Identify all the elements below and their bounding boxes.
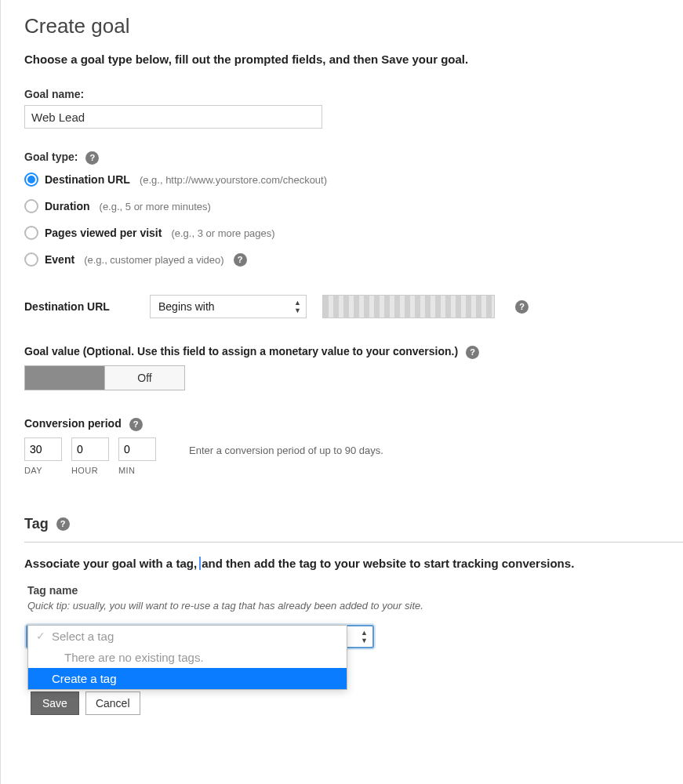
radio-pages-viewed-hint: (e.g., 3 or more pages)	[171, 227, 274, 239]
help-icon[interactable]: ?	[85, 151, 99, 165]
tag-heading: Tag	[24, 516, 49, 532]
destination-url-label: Destination URL	[24, 300, 134, 313]
chevron-updown-icon: ▲▼	[294, 299, 301, 314]
save-button[interactable]: Save	[31, 691, 79, 715]
goal-type-label: Goal type:	[24, 151, 78, 163]
page-title: Create goal	[24, 14, 683, 38]
conversion-day-caption: DAY	[24, 466, 42, 475]
radio-destination-url-hint: (e.g., http://www.yourstore.com/checkout…	[140, 174, 327, 186]
radio-event-label: Event	[45, 253, 74, 266]
conversion-period-label: Conversion period	[24, 417, 122, 430]
conversion-min-input[interactable]	[118, 437, 156, 461]
radio-destination-url-label: Destination URL	[45, 173, 130, 186]
radio-pages-viewed-label: Pages viewed per visit	[45, 227, 162, 239]
tag-option-empty: There are no existing tags.	[28, 647, 347, 668]
conversion-period-hint: Enter a conversion period of up to 90 da…	[189, 445, 383, 467]
tag-description: Associate your goal with a tag, and then…	[24, 557, 683, 570]
conversion-hour-caption: HOUR	[71, 466, 98, 475]
tag-tip: Quick tip: usually, you will want to re-…	[27, 600, 683, 612]
radio-event[interactable]	[24, 252, 38, 267]
tag-option-create[interactable]: Create a tag	[28, 668, 347, 689]
help-icon[interactable]: ?	[56, 517, 70, 531]
goal-value-label: Goal value (Optional. Use this field to …	[24, 345, 458, 358]
tag-option-placeholder[interactable]: Select a tag	[28, 626, 347, 647]
tag-dropdown-panel: Select a tag There are no existing tags.…	[27, 625, 347, 690]
help-icon[interactable]: ?	[515, 300, 529, 314]
radio-pages-viewed[interactable]	[24, 226, 38, 240]
help-icon[interactable]: ?	[129, 418, 143, 431]
destination-match-type-value: Begins with	[158, 300, 215, 313]
destination-url-input[interactable]	[322, 295, 495, 318]
conversion-hour-input[interactable]	[71, 437, 109, 461]
radio-duration[interactable]	[24, 199, 38, 213]
cancel-button[interactable]: Cancel	[85, 691, 140, 715]
page-intro: Choose a goal type below, fill out the p…	[24, 53, 683, 66]
destination-match-type-select[interactable]: Begins with ▲▼	[150, 295, 307, 318]
chevron-updown-icon: ▲▼	[361, 630, 368, 644]
tag-name-label: Tag name	[27, 584, 683, 597]
radio-duration-label: Duration	[45, 200, 90, 212]
goal-name-label: Goal name:	[24, 88, 84, 100]
goal-name-input[interactable]	[24, 105, 322, 129]
conversion-min-caption: MIN	[118, 466, 135, 475]
conversion-day-input[interactable]	[24, 437, 62, 461]
radio-duration-hint: (e.g., 5 or more minutes)	[100, 201, 211, 212]
goal-value-toggle[interactable]: Off	[24, 365, 185, 390]
goal-value-toggle-state: Off	[104, 366, 184, 390]
help-icon[interactable]: ?	[234, 253, 247, 267]
radio-destination-url[interactable]	[24, 172, 38, 187]
help-icon[interactable]: ?	[466, 346, 479, 359]
radio-event-hint: (e.g., customer played a video)	[84, 254, 223, 266]
